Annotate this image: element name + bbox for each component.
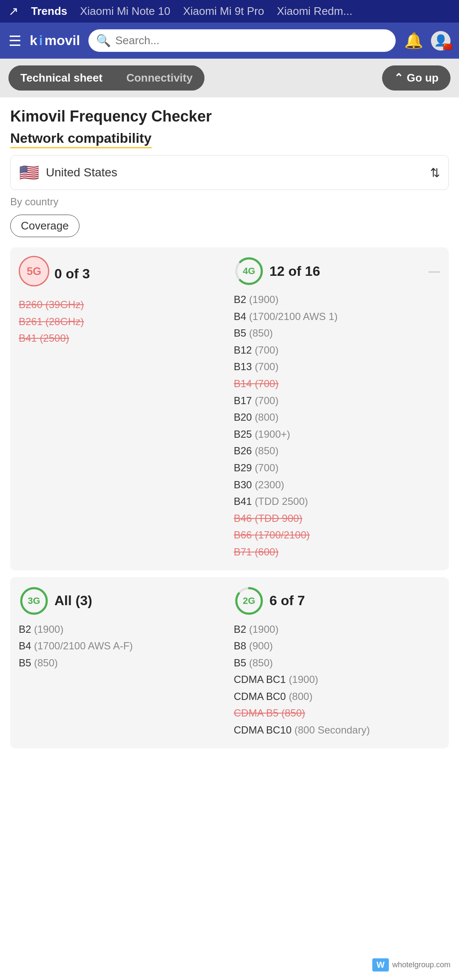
search-input[interactable]	[115, 34, 388, 47]
coverage-button[interactable]: Coverage	[10, 215, 79, 237]
band-item: B26 (850)	[234, 444, 440, 458]
3g-badge-container: 3G	[19, 586, 49, 616]
country-left: 🇺🇸 United States	[19, 163, 117, 182]
network-col-3g: 3G All (3) B2 (1900) B4 (1700/2100 AWS A…	[19, 586, 225, 740]
main-content: Kimovil Frequency Checker Network compat…	[0, 97, 459, 765]
4g-badge-text: 4G	[243, 266, 255, 277]
band-item: B41 (2500)	[19, 331, 225, 346]
by-country-label: By country	[10, 196, 449, 208]
country-name: United States	[46, 166, 117, 179]
device-link-1[interactable]: Xiaomi Mi Note 10	[80, 5, 170, 18]
band-item: B46 (TDD 900)	[234, 511, 440, 526]
band-item: B5 (850)	[234, 656, 440, 670]
network-grid-5g-4g: 5G 0 of 3 B260 (39GHz) B261 (28GHz) B41 …	[10, 247, 449, 570]
band-item: B66 (1700/2100)	[234, 528, 440, 542]
2g-bands: B2 (1900) B8 (900) B5 (850) CDMA BC1 (19…	[234, 622, 440, 737]
3g-bands: B2 (1900) B4 (1700/2100 AWS A-F) B5 (850…	[19, 622, 225, 670]
tab-bar: Technical sheet Connectivity ⌃ Go up	[0, 59, 459, 97]
3g-header: 3G All (3)	[19, 586, 225, 616]
country-selector[interactable]: 🇺🇸 United States ⇅	[10, 155, 449, 190]
go-up-label: Go up	[407, 71, 439, 85]
us-flag: 🇺🇸	[19, 163, 39, 182]
4g-badge-container: 4G	[234, 256, 264, 286]
tab-connectivity[interactable]: Connectivity	[114, 65, 204, 91]
logo-k: k	[30, 33, 37, 48]
3g-badge-text: 3G	[28, 595, 40, 606]
tab-pills: Technical sheet Connectivity	[8, 65, 204, 91]
trend-icon: ↗	[8, 4, 18, 18]
watermark-text: whotelgroup.com	[392, 960, 450, 969]
5g-badge: 5G	[19, 256, 49, 286]
watermark: W whotelgroup.com	[372, 958, 450, 972]
band-item: CDMA B5 (850)	[234, 706, 440, 720]
band-item: B20 (800)	[234, 410, 440, 425]
2g-header: 2G 6 of 7	[234, 586, 440, 616]
chevron-up-icon: ⌃	[394, 71, 403, 85]
logo-movil: movil	[45, 33, 80, 48]
user-flag: 🇨🇳	[443, 42, 452, 51]
device-link-3[interactable]: Xiaomi Redm...	[277, 5, 352, 18]
watermark-logo: W	[372, 958, 389, 972]
3g-count: All (3)	[54, 593, 92, 609]
logo-i: i	[39, 33, 43, 48]
network-col-2g: 2G 6 of 7 B2 (1900) B8 (900) B5 (850) CD…	[234, 586, 440, 740]
band-item: B2 (1900)	[234, 622, 440, 637]
4g-header: 4G 12 of 16 —	[234, 256, 440, 286]
band-item: B71 (600)	[234, 545, 440, 559]
5g-header: 5G 0 of 3	[19, 256, 225, 292]
band-item: B29 (700)	[234, 461, 440, 475]
network-col-4g: 4G 12 of 16 — B2 (1900) B4 (1700/2100 AW…	[234, 256, 440, 562]
network-row-top: 5G 0 of 3 B260 (39GHz) B261 (28GHz) B41 …	[19, 256, 440, 562]
4g-dash: —	[428, 264, 440, 278]
band-item: B260 (39GHz)	[19, 297, 225, 312]
network-col-5g: 5G 0 of 3 B260 (39GHz) B261 (28GHz) B41 …	[19, 256, 225, 562]
device-link-2[interactable]: Xiaomi Mi 9t Pro	[183, 5, 264, 18]
band-item: CDMA BC1 (1900)	[234, 672, 440, 687]
band-item: B25 (1900+)	[234, 427, 440, 442]
band-item: B4 (1700/2100 AWS A-F)	[19, 639, 225, 653]
go-up-button[interactable]: ⌃ Go up	[382, 65, 450, 91]
band-item: B30 (2300)	[234, 478, 440, 492]
5g-bands: B260 (39GHz) B261 (28GHz) B41 (2500)	[19, 297, 225, 346]
chevron-updown-icon[interactable]: ⇅	[430, 166, 440, 180]
header-icons: 🔔 👤 🇨🇳	[404, 31, 450, 51]
band-item: B2 (1900)	[19, 622, 225, 637]
page-title: Kimovil Frequency Checker	[10, 108, 449, 125]
network-compat-title: Network compatibility	[10, 130, 152, 148]
search-icon: 🔍	[96, 34, 111, 48]
band-item: B14 (700)	[234, 377, 440, 391]
network-grid-3g-2g: 3G All (3) B2 (1900) B4 (1700/2100 AWS A…	[10, 577, 449, 748]
menu-icon[interactable]: ☰	[8, 32, 21, 49]
tab-technical-sheet[interactable]: Technical sheet	[8, 65, 114, 91]
trends-label: Trends	[31, 5, 67, 18]
band-item: B4 (1700/2100 AWS 1)	[234, 309, 440, 324]
search-bar[interactable]: 🔍	[88, 29, 396, 52]
band-item: B2 (1900)	[234, 292, 440, 307]
2g-count: 6 of 7	[269, 593, 305, 609]
2g-badge-text: 2G	[243, 595, 255, 606]
band-item: CDMA BC0 (800)	[234, 689, 440, 704]
network-row-bottom: 3G All (3) B2 (1900) B4 (1700/2100 AWS A…	[19, 586, 440, 740]
main-header: ☰ k i movil 🔍 🔔 👤 🇨🇳	[0, 23, 459, 59]
logo[interactable]: k i movil	[30, 33, 80, 48]
band-item: B5 (850)	[234, 326, 440, 340]
2g-badge-container: 2G	[234, 586, 264, 616]
band-item: CDMA BC10 (800 Secondary)	[234, 723, 440, 737]
band-item: B41 (TDD 2500)	[234, 494, 440, 509]
5g-count: 0 of 3	[54, 266, 90, 282]
band-item: B8 (900)	[234, 639, 440, 653]
band-item: B5 (850)	[19, 656, 225, 670]
4g-bands: B2 (1900) B4 (1700/2100 AWS 1) B5 (850) …	[234, 292, 440, 559]
user-avatar[interactable]: 👤 🇨🇳	[431, 31, 450, 51]
band-item: B13 (700)	[234, 360, 440, 374]
band-item: B261 (28GHz)	[19, 314, 225, 329]
trends-bar: ↗ Trends Xiaomi Mi Note 10 Xiaomi Mi 9t …	[0, 0, 459, 23]
4g-count: 12 of 16	[269, 263, 320, 279]
band-item: B12 (700)	[234, 343, 440, 357]
notification-icon[interactable]: 🔔	[404, 32, 423, 50]
band-item: B17 (700)	[234, 394, 440, 408]
